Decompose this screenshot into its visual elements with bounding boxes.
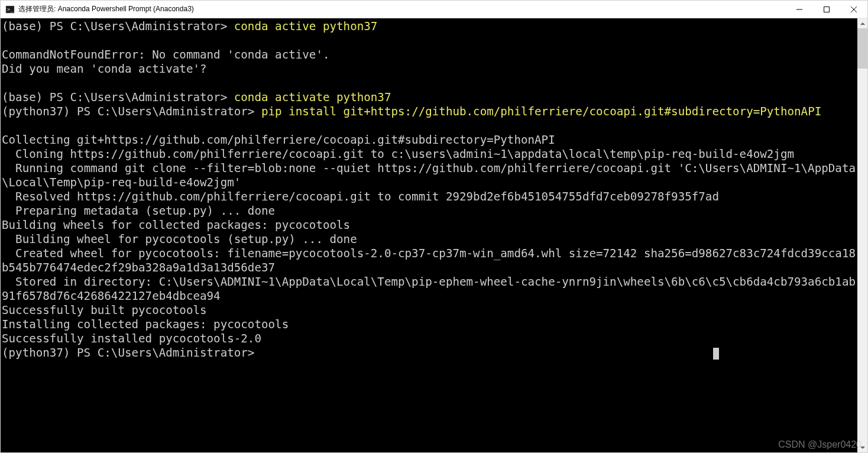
terminal-line: (base) PS C:\Users\Administrator> conda … [2,90,857,105]
app-icon: >_ [5,5,15,14]
command-text: conda activate python37 [234,90,391,104]
maximize-button[interactable] [813,1,840,18]
minimize-button[interactable] [786,1,813,18]
vertical-scrollbar[interactable] [857,18,867,452]
prompt-text: (python37) PS C:\Users\Administrator> [2,346,254,360]
terminal-output[interactable]: (base) PS C:\Users\Administrator> conda … [1,18,857,452]
terminal-line: (base) PS C:\Users\Administrator> conda … [2,20,857,34]
prompt-text: (base) PS C:\Users\Administrator> [2,90,234,104]
titlebar[interactable]: >_ 选择管理员: Anaconda Powershell Prompt (An… [1,1,867,18]
terminal-area: (base) PS C:\Users\Administrator> conda … [1,18,867,452]
terminal-line: Collecting git+https://github.com/philfe… [2,133,857,147]
terminal-window: >_ 选择管理员: Anaconda Powershell Prompt (An… [0,0,868,453]
terminal-line: Cloning https://github.com/philferriere/… [2,147,857,161]
command-text: pip install git+https://github.com/philf… [261,105,821,118]
terminal-line: (python37) PS C:\Users\Administrator> [2,346,857,360]
svg-marker-6 [860,22,865,25]
prompt-text: (python37) PS C:\Users\Administrator> [2,105,261,118]
window-controls [786,1,867,18]
terminal-line [2,76,857,90]
scroll-up-arrow[interactable] [857,18,867,28]
terminal-line: Successfully built pycocotools [2,303,857,318]
terminal-line: (python37) PS C:\Users\Administrator> pi… [2,105,857,119]
scroll-thumb[interactable] [857,28,867,69]
window-title: 选择管理员: Anaconda Powershell Prompt (Anaco… [18,4,786,14]
terminal-line: Created wheel for pycocotools: filename=… [2,247,857,275]
terminal-line: Stored in directory: C:\Users\ADMINI~1\A… [2,275,857,303]
svg-rect-3 [824,7,830,12]
command-text: conda active python37 [234,20,378,33]
terminal-line: Building wheel for pycocotools (setup.py… [2,232,857,247]
scroll-down-arrow[interactable] [857,442,867,452]
terminal-line: CommandNotFoundError: No command 'conda … [2,48,857,62]
terminal-line [2,119,857,133]
svg-text:>_: >_ [7,7,14,12]
terminal-line: Preparing metadata (setup.py) ... done [2,204,857,218]
terminal-line: Did you mean 'conda activate'? [2,62,857,76]
terminal-line: Installing collected packages: pycocotoo… [2,318,857,332]
terminal-line [2,34,857,48]
svg-marker-7 [860,446,865,449]
terminal-line: Building wheels for collected packages: … [2,218,857,232]
terminal-line: Running command git clone --filter=blob:… [2,161,857,190]
terminal-line: Successfully installed pycocotools-2.0 [2,332,857,346]
cursor [713,348,719,360]
terminal-line: Resolved https://github.com/philferriere… [2,190,857,204]
close-button[interactable] [840,1,867,18]
prompt-text: (base) PS C:\Users\Administrator> [2,20,234,33]
